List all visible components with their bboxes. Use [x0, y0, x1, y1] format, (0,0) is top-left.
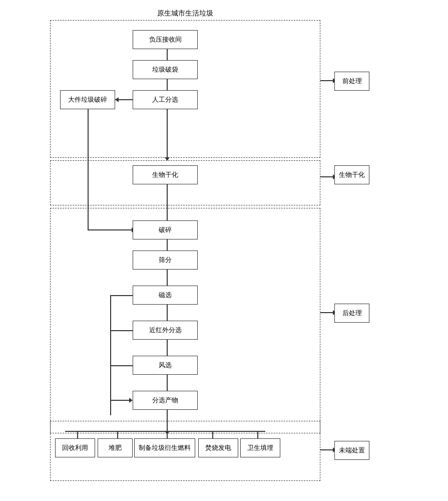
arrow-3: [165, 109, 170, 161]
left-branch-line: [88, 109, 89, 230]
line-to-large: [115, 99, 133, 100]
side-label-pretreatment: 前处理: [334, 72, 369, 91]
left-branch-2: [110, 295, 111, 415]
box-bag-breaking: 垃圾破袋: [133, 60, 198, 79]
diagram-title: 原生城市生活垃圾: [110, 9, 260, 18]
box-negative-pressure: 负压接收间: [133, 30, 198, 49]
box-bio-drying: 生物干化: [133, 165, 198, 184]
box-sorted-products: 分选产物: [133, 391, 198, 410]
branch-wind: [110, 365, 133, 366]
side-label-postprocessing: 后处理: [334, 304, 369, 323]
box-recycling: 回收利用: [55, 438, 95, 457]
arrow-to-crushing: [88, 227, 135, 232]
arrow-4: [165, 184, 170, 224]
arrow-branch-end: [110, 398, 133, 403]
box-crushing: 破碎: [133, 220, 198, 239]
box-incineration: 焚烧发电: [198, 438, 238, 457]
box-landfill: 卫生填埋: [240, 438, 280, 457]
box-composting: 堆肥: [98, 438, 133, 457]
box-manual-sorting: 人工分选: [133, 90, 198, 109]
box-large-waste: 大件垃圾破碎: [60, 90, 115, 109]
diagram-container: 原生城市生活垃圾 负压接收间 垃圾破袋 人工分选 大件垃圾破碎: [0, 0, 448, 501]
branch-mag: [110, 295, 133, 296]
box-screening: 筛分: [133, 250, 198, 270]
side-label-biodrying: 生物干化: [334, 165, 369, 184]
box-rdf: 制备垃圾衍生燃料: [134, 438, 195, 457]
box-nir: 近红外分选: [133, 321, 198, 340]
side-label-end: 未端处置: [334, 441, 369, 460]
box-wind: 风选: [133, 356, 198, 375]
box-magnetic: 磁选: [133, 286, 198, 305]
branch-nir: [110, 330, 133, 331]
